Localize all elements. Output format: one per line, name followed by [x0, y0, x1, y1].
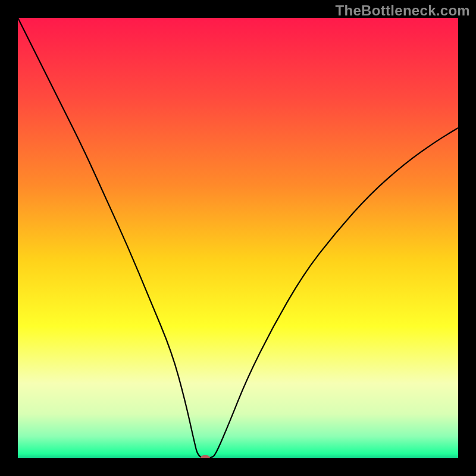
watermark-text: TheBottleneck.com	[336, 2, 470, 19]
optimal-point-marker	[201, 455, 210, 458]
bottleneck-curve	[18, 18, 458, 458]
chart-frame: TheBottleneck.com	[0, 0, 476, 476]
plot-area	[18, 18, 458, 458]
curve-layer	[18, 18, 458, 458]
